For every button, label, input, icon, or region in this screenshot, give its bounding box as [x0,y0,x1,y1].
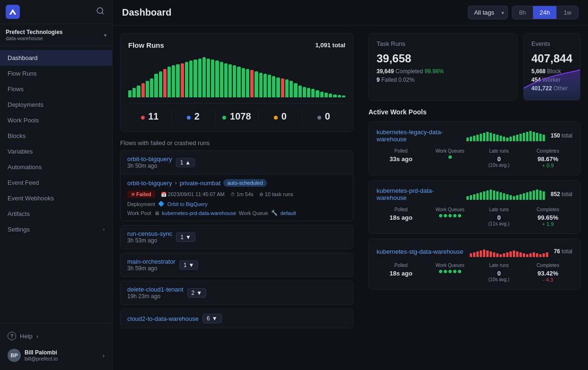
flow-run-name: run-census-sync [127,230,172,237]
sidebar-item-deployments[interactable]: Deployments [0,97,112,112]
pool-bars [466,130,545,141]
failed-dot [141,116,145,120]
arrow-icon: › [175,180,177,186]
bar-item [185,62,188,97]
pool-bar-item [493,134,495,141]
bar-item [150,78,153,97]
stat-pending-value: 0 [281,111,287,121]
pool-name[interactable]: kubernetes-stg-data-warehouse [377,248,464,255]
chevron-down-icon: ▼ [189,262,194,268]
flow-detail-name[interactable]: orbit-to-bigquery [127,180,172,187]
pool-bar-item [519,134,522,141]
pool-bar-item [466,138,469,141]
main-content: Dashboard All tags 8h 24h 1w Flow Runs [113,0,588,370]
pool-bar-item [533,252,535,257]
bar-item [237,67,240,97]
pool-bar-item [516,135,518,141]
events-main: 407,844 [531,52,572,65]
pool-total: 76 total [554,248,572,255]
pool-bar-item [519,252,522,257]
sidebar-item-event-feed[interactable]: Event Feed [0,175,112,190]
pool-bar-item [466,196,469,200]
sidebar-item-automations[interactable]: Automations [0,159,112,175]
search-button[interactable] [94,5,106,19]
bar-item [181,63,184,97]
pool-bar-item [513,250,515,257]
pool-bar-item [523,193,525,200]
queue-dot [458,270,461,273]
chevron-down-icon: ▼ [196,290,202,296]
sidebar-item-dashboard[interactable]: Dashboard [0,50,112,66]
avatar: BP [8,349,21,362]
sidebar-item-event-webhooks[interactable]: Event Webhooks [0,190,112,206]
main-header: Dashboard All tags 8h 24h 1w [113,0,588,26]
user-item[interactable]: BP Bill Palombi bill@prefect.io › [0,344,112,366]
bar-item [263,74,267,97]
sidebar-item-flows[interactable]: Flows [0,81,112,97]
pool-bar-item [473,136,475,141]
flow-runs-header: Flow Runs 1,091 total [128,41,345,49]
pool-bar-item [500,192,502,200]
work-queue-link[interactable]: default [281,210,296,216]
sidebar-item-flow-runs[interactable]: Flow Runs [0,66,112,81]
bar-item [342,95,345,97]
flow-run-header[interactable]: run-census-sync 3h 53m ago 1 ▼ [121,225,353,249]
sidebar-item-artifacts[interactable]: Artifacts [0,206,112,222]
pool-bar-item [473,252,475,257]
pool-name[interactable]: kubernetes-legacy-data-warehouse [377,129,461,143]
flow-run-header[interactable]: cloud2-to-data-warehouse 6 ▼ [121,309,353,328]
time-btn-24h[interactable]: 24h [533,6,557,19]
bar-item [268,75,271,97]
flow-run-count: 1 ▼ [176,232,195,242]
time-btn-8h[interactable]: 8h [512,6,533,19]
pool-total: 150 total [551,132,572,139]
work-pool-link[interactable]: kubernetes-prd-data-warehouse [162,210,237,216]
bar-item [325,93,328,97]
pool-icon: 🖥 [154,210,159,216]
stat-completed-value: 1078 [230,111,251,121]
flow-meta: ✕ Failed 📅 2023/09/01 11:45:07 AM ⏱ 1m 5… [127,190,346,198]
flow-run-header[interactable]: main-orchestrator 3h 59m ago 1 ▼ [121,253,353,276]
pool-card: kubernetes-stg-data-warehouse 76 total P… [369,239,580,290]
flow-run-header[interactable]: delete-cloud1-tenant 19h 23m ago 2 ▼ [121,281,353,304]
pool-bar-item [486,190,489,200]
sidebar-item-work-pools[interactable]: Work Pools [0,112,112,128]
pool-bar-item [523,253,525,257]
tag-select[interactable]: All tags [468,6,508,19]
pool-bar-item [523,133,525,141]
status-badge-failed: ✕ Failed [127,190,155,198]
flow-run-name-col: delete-cloud1-tenant 19h 23m ago [127,286,184,300]
pool-total: 852 total [551,191,572,198]
flow-run-detail-name[interactable]: private-numbat [180,180,221,187]
bar-item [167,67,171,97]
flow-run-name-col: main-orchestrator 3h 59m ago [127,258,176,272]
sidebar-item-settings[interactable]: Settings › [0,222,112,237]
pool-bar-item [473,194,475,200]
sidebar-item-blocks[interactable]: Blocks [0,128,112,144]
flow-run-header[interactable]: orbit-to-bigquery 3h 50m ago 1 ▲ [121,151,353,174]
time-buttons: 8h 24h 1w [512,6,579,19]
deployment-link[interactable]: Orbit to BigQuery [167,201,208,207]
chevron-down-icon: ▼ [212,315,218,322]
pool-bar-item [483,133,485,141]
sidebar-item-label: Work Pools [8,117,39,124]
flow-run-count: 2 ▼ [187,288,207,298]
pool-bar-item [539,190,542,200]
bar-item [285,79,289,97]
flow-run-name: main-orchestrator [127,258,176,265]
flow-run-item: delete-cloud1-tenant 19h 23m ago 2 ▼ [120,281,353,305]
queue-dot [448,155,452,159]
events-mini-chart [523,67,580,100]
sidebar-item-label: Event Feed [8,179,39,186]
pool-bar-item [490,251,492,257]
flow-run-item: cloud2-to-data-warehouse 6 ▼ [120,309,353,328]
pool-bar-item [493,190,495,200]
help-item[interactable]: ? Help › [0,327,112,344]
work-pools-title: Active Work Pools [369,108,580,116]
workspace-selector[interactable]: Prefect Technologies data-warehouse ▾ [0,24,112,46]
queue-dot [439,270,442,273]
time-btn-1w[interactable]: 1w [557,6,578,19]
sidebar-item-variables[interactable]: Variables [0,144,112,159]
pool-bar-item [476,135,479,141]
pool-name[interactable]: kubernetes-prd-data-warehouse [377,187,461,201]
